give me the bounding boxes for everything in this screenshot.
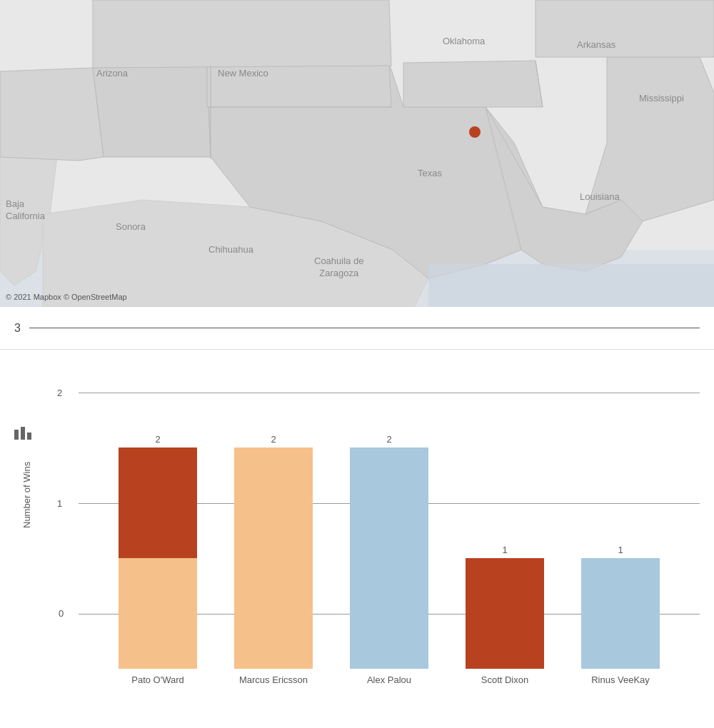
svg-rect-18 bbox=[21, 427, 25, 440]
bar-label-scott: 1 bbox=[502, 545, 507, 555]
bar-group-marcus: 2 Marcus Ericsson bbox=[234, 434, 313, 685]
bar-group-pato: 2 Pato O'Ward bbox=[119, 434, 197, 685]
bar-scott bbox=[466, 558, 544, 669]
y-axis-label: Number of Wins bbox=[21, 462, 32, 528]
map-attribution: © 2021 Mapbox © OpenStreetMap bbox=[6, 293, 127, 301]
bar-marcus bbox=[234, 448, 313, 669]
bar-label-alex: 2 bbox=[386, 434, 391, 445]
chart-icon bbox=[13, 421, 33, 445]
bar-name-pato: Pato O'Ward bbox=[131, 674, 184, 685]
bar-label-pato: 2 bbox=[155, 434, 160, 445]
bar-pato-bottom bbox=[119, 558, 197, 669]
divider-label: 3 bbox=[14, 322, 21, 335]
svg-rect-13 bbox=[428, 264, 714, 307]
divider-line bbox=[29, 328, 700, 328]
bar-label-rinus: 1 bbox=[618, 545, 623, 555]
svg-marker-5 bbox=[93, 66, 211, 157]
bars-container: 2 Pato O'Ward 2 Marcus Ericsson 2 Alex P… bbox=[79, 393, 700, 685]
y-tick-1: 1 bbox=[57, 498, 62, 509]
chart-section: Number of Wins 2 1 0 2 Pato O'Ward bbox=[0, 350, 714, 728]
divider-row: 3 bbox=[0, 307, 714, 350]
bar-name-scott: Scott Dixon bbox=[481, 674, 528, 685]
y-tick-0: 0 bbox=[59, 608, 64, 619]
bar-pato-top bbox=[119, 448, 197, 558]
svg-marker-4 bbox=[0, 68, 104, 161]
bar-group-rinus: 1 Rinus VeeKay bbox=[581, 545, 660, 685]
svg-marker-7 bbox=[207, 63, 391, 107]
map-container: Arizona New Mexico Oklahoma Arkansas Mis… bbox=[0, 0, 714, 307]
bar-label-marcus: 2 bbox=[271, 434, 276, 445]
y-tick-2: 2 bbox=[57, 388, 62, 398]
bar-group-scott: 1 Scott Dixon bbox=[466, 545, 544, 685]
svg-marker-12 bbox=[536, 0, 714, 57]
svg-marker-8 bbox=[93, 0, 391, 68]
bar-name-alex: Alex Palou bbox=[367, 674, 411, 685]
chart-area: 2 1 0 2 Pato O'Ward 2 Marcu bbox=[57, 371, 700, 685]
svg-rect-19 bbox=[27, 433, 31, 440]
bar-name-rinus: Rinus VeeKay bbox=[591, 674, 650, 685]
bar-alex bbox=[350, 448, 428, 669]
bar-pato bbox=[119, 448, 197, 669]
bar-name-marcus: Marcus Ericsson bbox=[239, 674, 308, 685]
svg-marker-9 bbox=[403, 61, 543, 107]
svg-rect-17 bbox=[14, 430, 19, 440]
bar-rinus bbox=[581, 558, 660, 669]
bar-group-alex: 2 Alex Palou bbox=[350, 434, 428, 685]
map-marker bbox=[469, 126, 481, 138]
